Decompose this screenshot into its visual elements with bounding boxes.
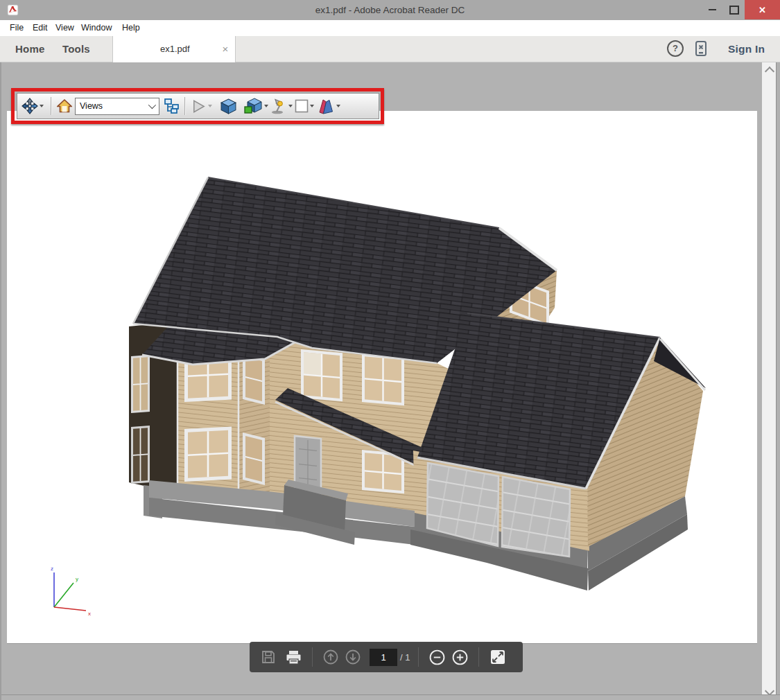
acrobat-window: ex1.pdf - Adobe Acrobat Reader DC ✕ File… [0, 0, 780, 700]
tab-document-label: ex1.pdf [160, 36, 190, 62]
play-icon [191, 98, 207, 114]
views-dropdown[interactable]: Views [75, 98, 159, 115]
toolbar-separator [312, 647, 313, 667]
play-animation-button[interactable] [191, 98, 207, 114]
tab-bar: Home Tools ex1.pdf × Sign In [0, 36, 780, 62]
minimize-icon [709, 9, 716, 10]
model-tree-icon [164, 98, 180, 114]
window-frame-right [776, 62, 780, 700]
axis-triad: z y x [51, 566, 91, 617]
maximize-icon [729, 6, 739, 15]
arrow-up-circle-icon [323, 649, 338, 665]
mobile-device-icon[interactable] [693, 40, 709, 57]
render-mode-button[interactable] [244, 98, 263, 115]
rotate-tool-button[interactable] [21, 98, 38, 114]
play-dropdown-icon[interactable] [208, 105, 212, 107]
zoom-in-button[interactable] [452, 649, 468, 665]
toolbar-separator [51, 97, 52, 115]
menu-bar: File Edit View Window Help [0, 20, 780, 36]
menu-view[interactable]: View [55, 20, 74, 36]
fit-page-button[interactable] [489, 649, 506, 665]
cross-section-icon [316, 98, 335, 115]
cross-section-dropdown-icon[interactable] [336, 105, 340, 107]
background-color-dropdown-icon[interactable] [310, 105, 314, 107]
vertical-scrollbar[interactable] [762, 62, 776, 700]
cube-icon [220, 98, 237, 115]
toolbar-separator [478, 647, 479, 667]
rotate-tool-dropdown-icon[interactable] [40, 105, 44, 107]
tab-tools[interactable]: Tools [62, 36, 90, 62]
default-view-button[interactable] [57, 98, 72, 114]
tab-close-icon[interactable]: × [218, 42, 232, 56]
lamp-icon [270, 98, 287, 114]
maximize-button[interactable] [724, 0, 745, 19]
views-dropdown-value: Views [80, 101, 103, 111]
3d-toolbar: Views [17, 93, 379, 119]
menu-file[interactable]: File [10, 20, 24, 36]
tab-home[interactable]: Home [15, 36, 44, 62]
menu-window[interactable]: Window [81, 20, 112, 36]
lighting-button[interactable] [270, 98, 287, 114]
render-mode-dropdown-icon[interactable] [264, 105, 268, 107]
window-title: ex1.pdf - Adobe Acrobat Reader DC [0, 0, 780, 20]
previous-page-button[interactable] [323, 649, 338, 665]
home-icon [57, 98, 72, 114]
background-color-button[interactable] [295, 99, 309, 113]
toolbar-separator [418, 647, 419, 667]
page-count: / 1 [400, 652, 410, 663]
render-mode-icon [244, 98, 263, 115]
chevron-down-icon [148, 101, 156, 109]
title-bar: ex1.pdf - Adobe Acrobat Reader DC ✕ [0, 0, 780, 20]
save-button[interactable] [261, 650, 275, 664]
tab-document[interactable]: ex1.pdf × [112, 36, 236, 62]
page-controls-toolbar: 1 / 1 [250, 642, 523, 672]
menu-help[interactable]: Help [122, 20, 140, 36]
print-button[interactable] [286, 650, 302, 665]
document-area: z y x [0, 62, 780, 700]
close-button[interactable]: ✕ [745, 0, 780, 19]
lighting-dropdown-icon[interactable] [288, 105, 293, 107]
scroll-up-icon[interactable] [765, 67, 774, 76]
zoom-in-icon [452, 649, 468, 665]
print-icon [286, 650, 302, 665]
window-frame-bottom [1, 694, 780, 700]
projection-button[interactable] [220, 98, 237, 115]
save-icon [261, 650, 275, 664]
arrow-down-circle-icon [345, 649, 361, 665]
next-page-button[interactable] [345, 649, 361, 665]
minimize-button[interactable] [702, 0, 722, 19]
help-icon[interactable]: ? [667, 40, 684, 57]
page-number-input[interactable]: 1 [370, 649, 397, 666]
toolbar-separator [184, 97, 186, 115]
zoom-out-button[interactable] [429, 649, 445, 665]
axis-z-label: z [51, 566, 53, 572]
3d-model-canvas[interactable]: z y x [1, 62, 780, 700]
background-color-icon [295, 99, 309, 113]
axis-y-label: y [76, 576, 78, 582]
rotate-tool-icon [21, 98, 38, 114]
house-model [129, 177, 706, 590]
model-tree-button[interactable] [164, 98, 180, 114]
axis-x-label: x [88, 611, 91, 617]
fit-page-icon [489, 649, 506, 665]
sign-in-link[interactable]: Sign In [728, 36, 765, 62]
cross-section-button[interactable] [316, 98, 335, 115]
zoom-out-icon [429, 649, 445, 665]
menu-edit[interactable]: Edit [33, 20, 48, 36]
